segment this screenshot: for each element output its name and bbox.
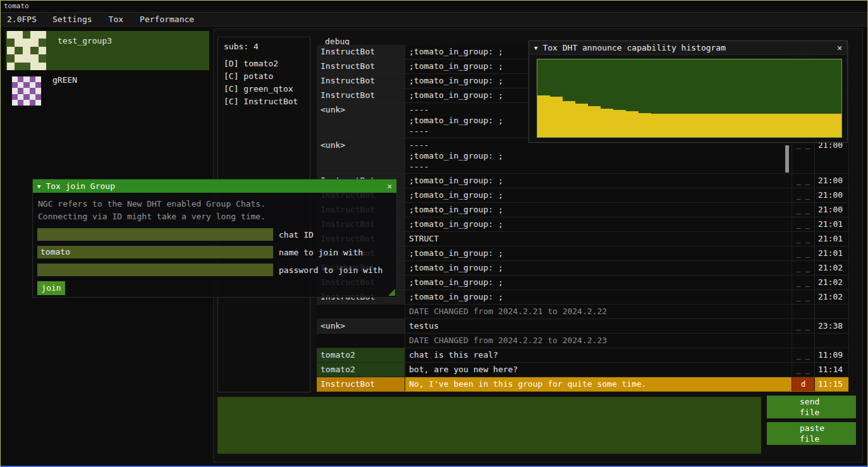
join-button[interactable]: join [37,281,65,295]
dht-histogram-window: ▼ Tox DHT announce capability histogram … [529,40,848,143]
message-author: InstructBot [317,45,405,59]
message-author [317,334,405,348]
message-status: _ _ [792,138,815,173]
message-author: InstructBot [317,74,405,88]
members-count-header: subs: 4 [224,42,304,51]
histogram-titlebar[interactable]: ▼ Tox DHT announce capability histogram … [529,41,847,55]
message-input[interactable] [217,397,761,454]
join-fields: chat IDtomatoname to join withpassword t… [33,228,396,276]
close-icon[interactable]: ✕ [837,43,842,52]
message-author: InstructBot [317,377,405,391]
join-field-label: name to join with [279,248,363,257]
member-list-item[interactable]: [C] potato [224,70,304,83]
join-dialog-hints: NGC refers to the New DHT enabled Group … [33,193,396,223]
message-status [792,305,815,318]
join-input-0[interactable] [37,228,273,241]
message-text: bot, are you new here? [405,363,792,377]
resize-grip[interactable] [388,289,395,296]
message-time: 21:01 [815,217,849,231]
send-file-button[interactable]: send file [767,396,856,418]
join-field-row: tomatoname to join with [37,246,396,258]
hint-line-1: NGC refers to the New DHT enabled Group … [38,198,391,210]
group-list-item[interactable]: gREEN [6,73,209,108]
message-time: 11:14 [815,363,849,377]
chat-scrollbar[interactable] [785,145,789,173]
join-input-1[interactable]: tomato [37,246,273,258]
message-text: ;tomato_in_group: ; [405,276,792,289]
message-author: InstructBot [317,59,405,73]
message-status: _ _ [792,319,815,333]
message-text: ---- ;tomato_in_group: ; ---- [405,138,792,173]
histogram-area-svg [537,59,841,137]
message-status: _ _ [792,276,815,289]
date-changed-text: DATE CHANGED from 2024.2.22 to 2024.2.23 [405,334,792,348]
join-field-row: password to join with [37,264,396,276]
member-list-item[interactable]: [D] tomato2 [224,58,304,70]
date-separator-row: DATE CHANGED from 2024.2.21 to 2024.2.22 [317,305,848,319]
menu-items: SettingsToxPerformance [44,15,202,24]
message-author: InstructBot [317,88,405,102]
message-row[interactable]: <unk>---- ;tomato_in_group: ; ----_ _21:… [317,138,848,174]
message-status [792,334,815,348]
message-time: 21:00 [815,188,849,202]
group-avatar-icon [12,76,41,106]
message-time [815,334,849,348]
message-row[interactable]: tomato2chat is this real?_ _11:09 [317,348,848,363]
message-text: ;tomato_in_group: ; [405,174,792,188]
paste-file-button[interactable]: paste file [767,422,856,445]
message-author: tomato2 [317,363,405,377]
close-icon[interactable]: ✕ [387,181,392,191]
join-field-row: chat ID [37,228,396,241]
message-row[interactable]: <unk>testus_ _23:38 [317,319,848,334]
member-list-item[interactable]: [C] InstructBot [224,95,304,108]
message-author: tomato2 [317,348,405,362]
message-status: _ _ [792,217,815,231]
message-status: _ _ [792,246,815,260]
message-text: ;tomato_in_group: ; [405,188,792,202]
message-text: ;tomato_in_group: ; [405,290,792,304]
histogram-title: Tox DHT announce capability histogram [542,43,726,52]
message-status: _ _ [792,261,815,275]
message-author: <unk> [317,319,405,333]
group-list-item[interactable]: test_group3 [6,31,209,70]
message-time: 21:00 [815,203,849,217]
message-text: ;tomato_in_group: ; [405,203,792,217]
message-text: ;tomato_in_group: ; [405,246,792,260]
message-time: 23:38 [815,319,849,333]
menu-item-performance[interactable]: Performance [131,15,202,24]
message-text: ;tomato_in_group: ; [405,261,792,275]
message-text: No, I've been in this group for quite so… [405,377,792,391]
group-name-label: gREEN [52,75,77,85]
group-name-label: test_group3 [58,36,112,45]
message-text: chat is this real? [405,348,792,362]
histogram-plot [537,59,842,138]
date-separator-row: DATE CHANGED from 2024.2.22 to 2024.2.23 [317,334,848,348]
message-time: 21:01 [815,246,849,260]
message-row[interactable]: tomato2bot, are you new here?_ _11:14 [317,363,848,377]
collapse-arrow-icon[interactable]: ▼ [37,183,40,190]
join-group-dialog: ▼ Tox join Group ✕ NGC refers to the New… [32,179,397,298]
message-row[interactable]: InstructBotNo, I've been in this group f… [317,377,848,392]
message-status: _ _ [792,188,815,202]
window-title: tomato [1,1,867,12]
group-avatar-icon [7,31,46,70]
message-author: <unk> [317,103,405,138]
message-time: 21:02 [815,261,849,275]
date-changed-text: DATE CHANGED from 2024.2.21 to 2024.2.22 [405,305,792,318]
message-status: _ _ [792,203,815,217]
message-time: 21:00 [815,174,849,188]
members-list: [D] tomato2[C] potato[C] green_qtox[C] I… [224,58,304,108]
message-status: _ _ [792,174,815,188]
message-status: _ _ [792,348,815,362]
hint-line-2: Connecting via ID might take a very long… [38,210,391,223]
menu-bar: 2.0FPS SettingsToxPerformance [1,12,867,27]
message-author [317,305,405,318]
member-list-item[interactable]: [C] green_qtox [224,83,304,95]
menu-item-tox[interactable]: Tox [101,15,131,24]
fps-counter: 2.0FPS [1,15,44,24]
collapse-arrow-icon[interactable]: ▼ [534,45,537,51]
message-text: ;tomato_in_group: ; [405,217,792,231]
join-dialog-titlebar[interactable]: ▼ Tox join Group ✕ [33,179,396,193]
join-input-2[interactable] [37,264,273,276]
menu-item-settings[interactable]: Settings [44,15,101,24]
